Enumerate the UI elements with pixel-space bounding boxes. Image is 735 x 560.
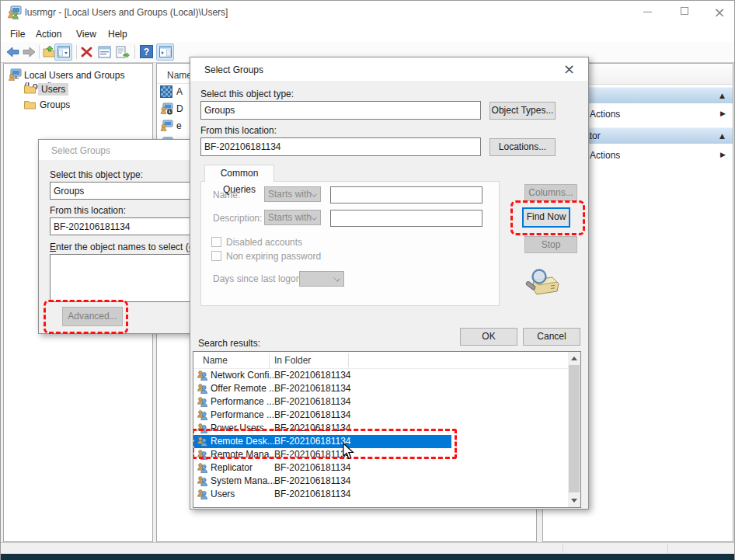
user-icon-selected bbox=[160, 85, 172, 98]
columns-button[interactable]: Columns... bbox=[524, 184, 577, 201]
table-row[interactable]: Network Confi... BF-202106181134 bbox=[193, 369, 568, 382]
locations-button[interactable]: Locations... bbox=[489, 138, 556, 156]
group-icon bbox=[197, 475, 208, 487]
column-header-in-folder[interactable]: In Folder bbox=[274, 355, 311, 366]
properties-icon[interactable] bbox=[98, 46, 111, 58]
column-divider[interactable] bbox=[269, 353, 270, 367]
scroll-down-icon[interactable] bbox=[568, 494, 580, 507]
menu-action[interactable]: Action bbox=[33, 27, 64, 41]
result-folder: BF-202106181134 bbox=[274, 448, 351, 461]
tree-item-groups[interactable]: Groups bbox=[40, 99, 70, 110]
result-name: Power Users bbox=[211, 422, 264, 435]
group-icon bbox=[197, 462, 208, 474]
lusrmgr-window: lusrmgr - [Local Users and Groups (Local… bbox=[0, 0, 735, 560]
table-row[interactable]: Remote Mana... BF-202106181134 bbox=[193, 448, 568, 461]
group-icon bbox=[197, 436, 208, 447]
collapse-icon[interactable]: ▲ bbox=[719, 132, 725, 140]
find-now-button[interactable]: Find Now bbox=[522, 207, 570, 228]
tree-item-users[interactable]: Users bbox=[38, 83, 68, 96]
table-row[interactable]: Power Users BF-202106181134 bbox=[193, 422, 568, 435]
non-expiring-password-checkbox[interactable] bbox=[211, 251, 221, 261]
tab-common-queries[interactable]: Common Queries bbox=[204, 165, 274, 182]
lusrmgr-app-icon bbox=[7, 5, 22, 19]
result-folder: BF-202106181134 bbox=[274, 422, 351, 435]
folder-icon bbox=[24, 99, 36, 110]
console-tree-toggle-icon[interactable] bbox=[54, 43, 72, 61]
status-divider bbox=[563, 544, 563, 553]
name-match-dropdown[interactable]: Starts with bbox=[264, 186, 321, 202]
submenu-arrow-icon: ▶ bbox=[720, 110, 726, 117]
help-icon[interactable]: ? bbox=[140, 45, 153, 58]
user-row[interactable]: A bbox=[176, 86, 183, 97]
group-icon bbox=[197, 370, 208, 381]
object-type-label: Select this object type: bbox=[50, 169, 143, 180]
location-label: From this location: bbox=[200, 125, 277, 136]
chevron-down-icon bbox=[311, 214, 316, 220]
table-row[interactable]: Performance ... BF-202106181134 bbox=[193, 409, 568, 422]
advanced-button[interactable]: Advanced... bbox=[62, 307, 123, 326]
menu-bar: File Action View Help bbox=[1, 24, 734, 42]
column-header-name[interactable]: Name bbox=[203, 355, 228, 366]
table-row[interactable]: Replicator BF-202106181134 bbox=[193, 461, 568, 475]
search-results-list: Name In Folder Network Confi... BF-20210… bbox=[193, 351, 581, 508]
disabled-accounts-label: Disabled accounts bbox=[226, 237, 302, 248]
chevron-down-icon bbox=[334, 276, 340, 281]
ok-button[interactable]: OK bbox=[460, 328, 517, 346]
chevron-down-icon bbox=[311, 191, 316, 197]
result-name: Network Confi... bbox=[211, 369, 277, 382]
window-title: lusrmgr - [Local Users and Groups (Local… bbox=[25, 7, 228, 18]
toolbar-separator bbox=[39, 45, 40, 59]
forward-icon[interactable] bbox=[23, 46, 36, 58]
table-row[interactable]: Users BF-202106181134 bbox=[193, 488, 568, 501]
minimize-button[interactable] bbox=[638, 12, 657, 12]
scrollbar-thumb[interactable] bbox=[569, 365, 580, 492]
select-groups-dialog: Select Groups × Select this object type:… bbox=[190, 57, 589, 510]
group-icon bbox=[197, 489, 208, 500]
more-actions-label: Actions bbox=[590, 109, 620, 120]
disabled-accounts-checkbox[interactable] bbox=[211, 237, 221, 247]
result-folder: BF-202106181134 bbox=[274, 461, 351, 475]
column-divider[interactable] bbox=[348, 353, 349, 367]
days-dropdown[interactable] bbox=[299, 271, 344, 287]
back-icon[interactable] bbox=[6, 46, 19, 58]
result-name: Replicator bbox=[211, 461, 253, 475]
stop-button[interactable]: Stop bbox=[524, 236, 577, 253]
description-query-input[interactable] bbox=[330, 210, 482, 227]
result-folder: BF-202106181134 bbox=[274, 409, 351, 422]
results-scrollbar[interactable] bbox=[568, 352, 580, 507]
table-row[interactable]: Offer Remote ... BF-202106181134 bbox=[193, 382, 568, 395]
user-row[interactable]: e bbox=[176, 120, 182, 131]
result-name: System Mana... bbox=[211, 475, 275, 488]
group-icon bbox=[197, 396, 208, 408]
object-types-button[interactable]: Object Types... bbox=[489, 102, 556, 120]
action-pane-toggle-icon[interactable] bbox=[156, 43, 174, 61]
maximize-button[interactable] bbox=[675, 7, 694, 15]
delete-icon[interactable] bbox=[80, 46, 93, 58]
table-row[interactable]: System Mana... BF-202106181134 bbox=[193, 475, 568, 488]
export-list-icon[interactable] bbox=[116, 46, 130, 58]
object-type-label: Select this object type: bbox=[200, 89, 294, 99]
users-column-header-name[interactable]: Name bbox=[167, 70, 192, 81]
object-type-field[interactable] bbox=[200, 101, 481, 120]
description-match-dropdown[interactable]: Starts with bbox=[264, 210, 321, 225]
menu-file[interactable]: File bbox=[7, 27, 28, 41]
table-row[interactable]: Remote Desk... BF-202106181134 bbox=[193, 435, 568, 448]
cancel-button[interactable]: Cancel bbox=[523, 328, 580, 346]
menu-help[interactable]: Help bbox=[105, 27, 131, 41]
result-folder: BF-202106181134 bbox=[274, 435, 351, 448]
collapse-icon[interactable]: ▲ bbox=[719, 92, 725, 99]
dialog-titlebar[interactable]: Select Groups × bbox=[190, 57, 588, 81]
location-label: From this location: bbox=[50, 205, 126, 216]
name-query-input[interactable] bbox=[330, 186, 482, 203]
result-name: Users bbox=[211, 488, 235, 501]
non-expiring-password-label: Non expiring password bbox=[226, 251, 321, 262]
scroll-up-icon[interactable] bbox=[568, 352, 580, 365]
close-icon[interactable]: × bbox=[563, 61, 575, 77]
location-field[interactable] bbox=[200, 137, 481, 156]
group-icon bbox=[197, 449, 208, 461]
user-row[interactable]: D bbox=[176, 103, 183, 114]
close-button[interactable]: × bbox=[709, 4, 730, 20]
group-icon bbox=[197, 423, 208, 434]
table-row[interactable]: Performance ... BF-202106181134 bbox=[193, 395, 568, 409]
menu-view[interactable]: View bbox=[73, 27, 99, 41]
